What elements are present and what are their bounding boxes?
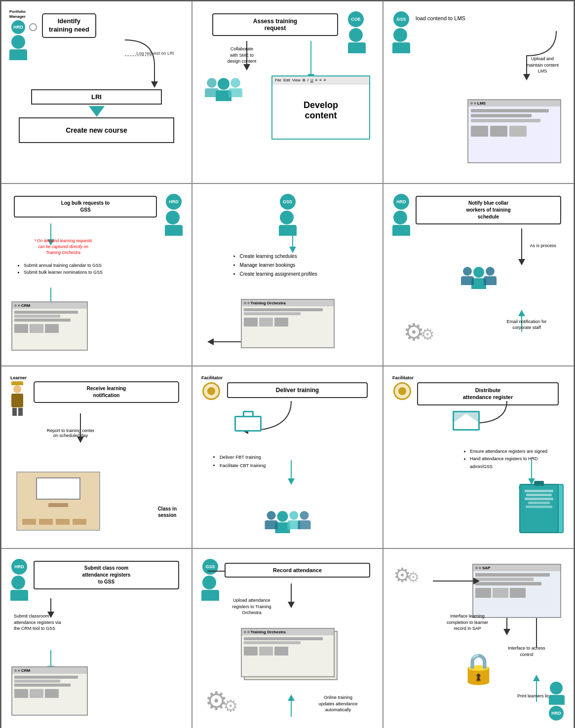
to-body [242, 306, 334, 347]
cell-training-orchestra: GSS Create learning schedules Manage lea… [192, 183, 383, 366]
deliver-bullets: Deliver FBT training Facilitate CBT trai… [212, 453, 266, 470]
receive-notification-box: Receive learningnotification [34, 381, 179, 403]
to-box-c5: Training Orchestra [241, 299, 335, 348]
to-box-c11: Training Orchestra [241, 628, 335, 677]
interface-access-label: Interface to accesscontrol [495, 645, 559, 657]
sap-titlebar: SAP [473, 565, 560, 571]
crm-titlebar: CRM [12, 302, 87, 309]
coe-person [348, 28, 366, 53]
od-note: * On demand learning requestscan be capt… [14, 238, 113, 256]
bullet-hand: Hand attendance registers to HRD admin/G… [470, 455, 561, 471]
submit-classroom-label: Submit classroomattendance registers via… [14, 613, 113, 632]
gss-badge-c11: GSS [202, 559, 218, 575]
upload-label-c11: Upload attendanceregisters to TrainingOr… [207, 597, 296, 616]
envelope-c9 [453, 411, 480, 431]
learners-group-c8 [265, 511, 310, 533]
cell-sap-interface: SAP ⚙ [383, 548, 574, 728]
process-grid: PortfolioManager HRD Identifytraining ne… [0, 0, 575, 728]
lms-box: LMS [467, 99, 561, 163]
teacher-desk [48, 503, 68, 507]
gss-person-c5 [279, 211, 297, 236]
svg-marker-44 [533, 675, 540, 681]
cell-load-lms: GSS load contend to LMS Upload andmainta… [383, 1, 574, 183]
hrd-person-c10 [10, 576, 28, 601]
collaborate-label: Collaboratewith SME todesign content [207, 46, 276, 65]
gear-icons-c11: ⚙ ⚙ [205, 686, 238, 716]
load-label: load contend to LMS [416, 15, 465, 21]
hrd-badge-c6: HRD [393, 194, 409, 210]
interface-label: Interface learningcompletion to learnerr… [428, 613, 507, 632]
to-box-row-c11 [244, 647, 332, 655]
to-bullets: Create learning schedules Manage learner… [231, 252, 345, 279]
class-session-label: Class insession [158, 506, 177, 518]
sap-box-row [475, 588, 558, 598]
crm-box-c4: CRM [11, 301, 88, 351]
bullet-signed: Ensure attendance registers are signed [470, 448, 561, 455]
lri-box: LRI [31, 89, 162, 105]
lms-boxes-row [471, 126, 558, 137]
crm-titlebar-c10: CRM [12, 667, 87, 674]
briefcase-c8 [234, 411, 262, 432]
lock-icon: 🔒 [460, 651, 497, 686]
bullet-profiles: Create learning assignment profiles [240, 270, 345, 279]
svg-marker-37 [288, 694, 295, 701]
cell-record-attendance: GSS Record attendance Upload attendancer… [192, 548, 383, 728]
cell-deliver-training: Facilitator Deliver training [192, 366, 383, 548]
classroom-scene [16, 472, 100, 531]
gss-person-c3 [392, 28, 410, 53]
distribute-box: Distributeattendance register [417, 382, 559, 405]
svg-marker-6 [523, 74, 530, 80]
cell-submit-attendance: HRD Submit class roomattendance register… [1, 548, 192, 728]
coe-badge: COE [348, 11, 364, 27]
notify-box: Notify blue collarworkers of trainingsch… [416, 196, 561, 224]
svg-marker-18 [518, 259, 525, 265]
asis-label: As is process [530, 243, 556, 248]
online-label: Online trainingupdates attendanceautomat… [306, 694, 370, 713]
pm-dot [29, 23, 37, 31]
classroom-board [36, 477, 80, 500]
bullet-2: Submit bulk learner nominations to GSS [24, 269, 103, 276]
cell-learner-notification: Learner Receive learningnotification Rep… [1, 366, 192, 548]
submit-box-c10: Submit class roomattendance registersto … [34, 561, 179, 589]
cell-notify-workers: HRD Notify blue collarworkers of trainin… [383, 183, 574, 366]
hrd-person [11, 35, 27, 60]
cell-log-bulk: HRD Log bulk requests toGSS * On demand … [1, 183, 192, 366]
workers-group [461, 267, 497, 289]
to-box-row [244, 318, 332, 327]
crm-body-c10 [12, 674, 87, 715]
develop-toolbar: FileEditView B I U ≡≡≡ [272, 76, 369, 84]
crm-body [12, 309, 87, 350]
lms-body [468, 107, 560, 162]
bullet-1: Submit annual training calendar to GSS [24, 262, 103, 269]
bullet-schedules: Create learning schedules [240, 252, 345, 261]
gss-badge-c5: GSS [280, 194, 296, 210]
log-bulk-box: Log bulk requests toGSS [14, 196, 157, 218]
to-body-c11 [242, 635, 334, 676]
crm-box-c10: CRM [11, 666, 88, 716]
bulk-bullets: Submit annual training calendar to GSS S… [16, 262, 103, 276]
bullet-fbt: Deliver FBT training [220, 453, 266, 461]
assess-box: Assess trainingrequest [212, 13, 338, 36]
gear-icons-c6: ⚙ ⚙ [403, 318, 435, 346]
cell-assess-training: COE Assess trainingrequest Collaboratewi… [192, 1, 383, 183]
facilitator-label-c9: Facilitator [392, 375, 414, 380]
role-label-portfolio: PortfolioManager [9, 9, 26, 20]
record-box: Record attendance [225, 563, 370, 578]
student-desks [22, 519, 94, 525]
learner-figure [11, 381, 23, 416]
identify-box: Identifytraining need [42, 13, 96, 38]
hrd-badge: HRD [11, 20, 25, 34]
hrd-person-c12 [549, 682, 565, 705]
gear-icons-c12: ⚙ ⚙ [393, 564, 420, 586]
svg-marker-0 [151, 81, 158, 88]
hrd-badge-c4: HRD [166, 194, 182, 210]
svg-marker-16 [207, 338, 214, 345]
develop-text-wrap: Developcontent [272, 84, 369, 137]
create-course-box: Create new course [19, 117, 174, 143]
report-label: Report to training centeron scheduled da… [21, 428, 120, 438]
svg-marker-20 [518, 310, 525, 316]
register-bullets: Ensure attendance registers are signed H… [462, 448, 561, 471]
hrd-person-c4 [165, 211, 183, 236]
clipboard-stack [519, 484, 559, 533]
lms-titlebar: LMS [468, 100, 560, 107]
